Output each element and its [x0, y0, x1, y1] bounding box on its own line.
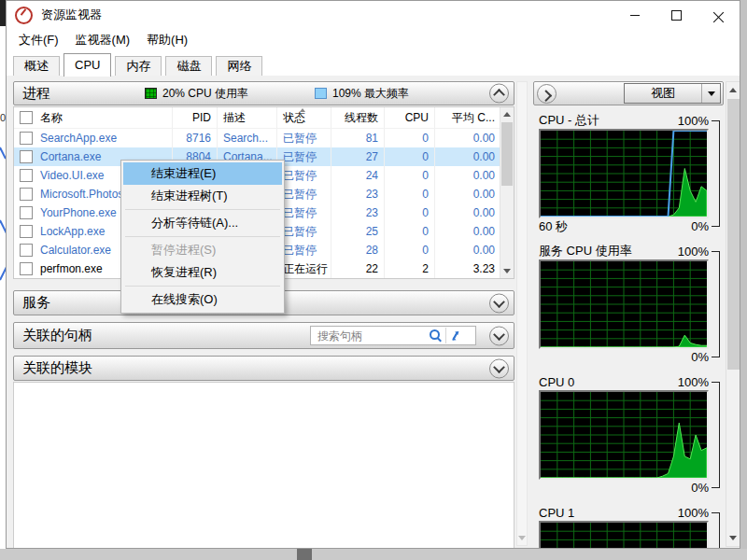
cell-name-value: YourPhone.exe: [40, 206, 117, 219]
scroll-up-icon[interactable]: [503, 112, 511, 117]
column-status[interactable]: 状态: [277, 107, 331, 128]
cell-threads: 23: [331, 185, 385, 203]
cell-pid-value: 8716: [186, 132, 211, 145]
tab-overview[interactable]: 概述: [13, 56, 60, 76]
row-checkbox[interactable]: [20, 188, 33, 201]
graph-plot: [539, 129, 709, 218]
menubar-item-help[interactable]: 帮助(H): [138, 30, 196, 50]
refresh-search-icon[interactable]: [449, 329, 462, 343]
tab-network[interactable]: 网络: [216, 56, 262, 76]
modules-section-header[interactable]: 关联的模块: [13, 356, 514, 381]
scroll-down-icon[interactable]: [518, 536, 526, 540]
column-status-label: 状态: [283, 110, 305, 126]
process-table-scrollbar[interactable]: [500, 107, 514, 278]
cell-status: 已暂停: [277, 241, 331, 259]
scrollbar-thumb[interactable]: [501, 122, 513, 186]
cell-status: 已暂停: [277, 129, 331, 147]
chevron-right-icon: [540, 90, 552, 102]
row-checkbox[interactable]: [20, 169, 33, 182]
resource-monitor-window: 资源监视器 文件(F)监视器(M)帮助(H) 概述CPU内存磁盘网络 进程 20…: [6, 0, 740, 549]
process-section-header[interactable]: 进程 20% CPU 使用率 109% 最大频率: [13, 81, 514, 105]
column-threads[interactable]: 线程数: [331, 107, 385, 128]
column-avg[interactable]: 平均 C...: [435, 107, 500, 128]
menu-separator: [125, 209, 280, 210]
graph-bottom-labels: 0%: [539, 349, 709, 365]
row-checkbox[interactable]: [20, 132, 33, 145]
cell-avg: 0.00: [435, 129, 500, 147]
view-dropdown-button[interactable]: [701, 84, 720, 103]
graph-title: CPU 0: [539, 375, 574, 389]
cell-avg-value: 0.00: [473, 150, 495, 163]
ctx-item-end-process[interactable]: 结束进程(E): [123, 162, 282, 185]
modules-expand-button[interactable]: [489, 358, 509, 378]
tab-cpu[interactable]: CPU: [63, 53, 111, 77]
cell-threads: 28: [331, 241, 385, 259]
scroll-down-icon[interactable]: [503, 269, 511, 273]
panel-collapse-button[interactable]: [537, 84, 557, 104]
cell-status-value: 已暂停: [283, 224, 317, 240]
ctx-item-search-online[interactable]: 在线搜索(O): [123, 288, 282, 311]
column-pid[interactable]: PID: [173, 107, 218, 128]
minimize-button[interactable]: [613, 1, 655, 29]
left-panel-scrollbar[interactable]: [516, 81, 528, 546]
ctx-item-suspend-process[interactable]: 暂停进程(S): [123, 239, 282, 261]
ctx-item-resume-process[interactable]: 恢复进程(R): [123, 261, 282, 284]
column-name[interactable]: 名称: [14, 107, 173, 128]
graph-cpu-0: CPU 0100%0%: [533, 373, 724, 496]
row-checkbox[interactable]: [20, 206, 33, 219]
cell-status: 正在运行: [277, 259, 331, 278]
menubar-item-file[interactable]: 文件(F): [10, 30, 67, 50]
graphs-panel-scrollbar[interactable]: [726, 81, 740, 547]
view-button[interactable]: 视图: [624, 83, 721, 104]
cell-cpu-value: 0: [422, 169, 429, 182]
select-all-checkbox[interactable]: [20, 111, 33, 124]
cell-name-value: perfmon.exe: [40, 262, 103, 275]
ctx-item-end-process-tree[interactable]: 结束进程树(T): [123, 185, 282, 207]
cell-desc: Search...: [218, 129, 277, 147]
maximize-button[interactable]: [655, 1, 698, 29]
column-avg-label: 平均 C...: [452, 110, 495, 126]
cell-threads-value: 23: [366, 206, 378, 219]
process-collapse-button[interactable]: [489, 84, 509, 104]
cell-status: 已暂停: [277, 147, 331, 166]
graph-scale-bracket: [712, 382, 720, 488]
close-button[interactable]: [698, 1, 740, 29]
modules-section-body: [13, 382, 514, 548]
graph-cpu-total: CPU - 总计100%60 秒0%: [533, 112, 724, 234]
table-row[interactable]: SearchApp.exe8716Search...已暂停8100.00: [14, 129, 514, 147]
cell-avg: 0.00: [435, 222, 500, 241]
row-checkbox[interactable]: [20, 225, 33, 238]
cell-threads-value: 28: [366, 244, 378, 257]
column-cpu[interactable]: CPU: [385, 107, 435, 128]
cell-cpu-value: 0: [422, 244, 429, 257]
row-checkbox[interactable]: [20, 262, 33, 275]
tab-disk[interactable]: 磁盘: [165, 56, 212, 76]
tab-memory[interactable]: 内存: [115, 56, 162, 76]
graph-max-label: 100%: [678, 506, 709, 520]
scroll-up-icon[interactable]: [729, 88, 737, 92]
modules-section-title: 关联的模块: [22, 359, 92, 377]
search-icon[interactable]: [430, 329, 440, 340]
handle-search-input[interactable]: [316, 329, 428, 343]
scroll-down-icon[interactable]: [729, 536, 737, 540]
background-bottom-notch: [297, 549, 312, 560]
services-expand-button[interactable]: [489, 293, 509, 313]
cell-cpu: 0: [385, 241, 435, 259]
handles-expand-button[interactable]: [489, 326, 509, 345]
minimize-icon: [630, 15, 640, 16]
scrollbar-thumb[interactable]: [727, 99, 740, 370]
row-checkbox[interactable]: [20, 150, 33, 163]
graph-labels: CPU 0100%: [539, 373, 709, 390]
column-desc[interactable]: 描述: [218, 107, 277, 128]
graph-min-label: 0%: [691, 350, 709, 364]
cell-status-value: 已暂停: [283, 205, 317, 221]
graph-labels: CPU 1100%: [539, 504, 709, 521]
cell-cpu-value: 0: [422, 206, 429, 219]
row-checkbox[interactable]: [20, 244, 33, 257]
column-cpu-label: CPU: [405, 111, 429, 124]
handles-section-header[interactable]: 关联的句柄: [13, 322, 514, 349]
graph-min-label: 0%: [691, 481, 709, 495]
menubar-item-monitor[interactable]: 监视器(M): [67, 30, 139, 50]
cell-threads: 25: [331, 222, 385, 241]
ctx-item-analyze-wait-chain[interactable]: 分析等待链(A)...: [123, 212, 282, 234]
